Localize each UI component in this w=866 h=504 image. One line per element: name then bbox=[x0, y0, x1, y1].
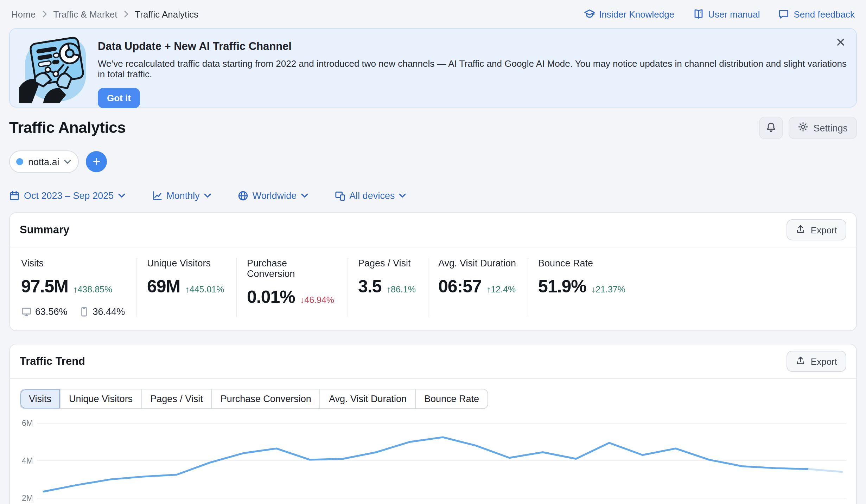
export-icon bbox=[796, 224, 806, 236]
tab-unique-visitors[interactable]: Unique Visitors bbox=[61, 389, 142, 408]
notifications-button[interactable] bbox=[759, 117, 783, 139]
traffic-trend-header: Traffic Trend Export bbox=[10, 344, 856, 379]
summary-title: Summary bbox=[20, 224, 69, 236]
tab-purchase-conversion[interactable]: Purchase Conversion bbox=[212, 389, 320, 408]
metric-avg-visit-duration: Avg. Visit Duration 06:57↑12.4% bbox=[428, 258, 528, 317]
insider-knowledge-link[interactable]: Insider Knowledge bbox=[584, 8, 674, 20]
traffic-trend-card: Traffic Trend Export Visits Unique Visit… bbox=[9, 344, 857, 504]
traffic-analytics-page: Home Traffic & Market Traffic Analytics … bbox=[0, 0, 866, 504]
metric-delta: ↑12.4% bbox=[486, 285, 516, 295]
chevron-down-icon bbox=[64, 159, 71, 164]
domain-chip[interactable]: notta.ai bbox=[9, 150, 79, 173]
mobile-icon bbox=[79, 306, 89, 317]
granularity-filter[interactable]: Monthly bbox=[152, 190, 211, 201]
metric-label: Visits bbox=[21, 258, 127, 269]
metric-value: 97.5M bbox=[21, 276, 68, 297]
location-filter[interactable]: Worldwide bbox=[238, 190, 308, 201]
metric-purchase-conversion: Purchase Conversion 0.01%↓46.94% bbox=[237, 258, 348, 317]
graduation-cap-icon bbox=[584, 8, 595, 20]
breadcrumb-traffic-market[interactable]: Traffic & Market bbox=[53, 9, 117, 19]
tab-avg-visit-duration[interactable]: Avg. Visit Duration bbox=[320, 389, 416, 408]
metric-pages-per-visit: Pages / Visit 3.5↑86.1% bbox=[348, 258, 428, 317]
breadcrumb: Home Traffic & Market Traffic Analytics bbox=[11, 9, 198, 19]
metric-value: 06:57 bbox=[438, 276, 482, 297]
metric-delta: ↓21.37% bbox=[591, 285, 625, 295]
announcement-banner: Data Update + New AI Traffic Channel We’… bbox=[9, 28, 857, 108]
mobile-share: 36.44% bbox=[93, 306, 125, 317]
date-range-filter[interactable]: Oct 2023 – Sep 2025 bbox=[9, 190, 125, 201]
summary-metrics: Visits 97.5M↑438.85% 63.56% 36.44% Uniqu… bbox=[10, 247, 856, 330]
globe-icon bbox=[238, 190, 248, 201]
chevron-down-icon bbox=[204, 193, 211, 198]
calendar-icon bbox=[9, 190, 20, 201]
top-links: Insider Knowledge User manual Send feedb… bbox=[584, 8, 855, 20]
gear-icon bbox=[798, 122, 808, 134]
add-domain-button[interactable]: + bbox=[86, 151, 107, 172]
metric-delta: ↑445.01% bbox=[185, 285, 224, 295]
filters-row: Oct 2023 – Sep 2025 Monthly Worldwide Al… bbox=[9, 190, 857, 201]
device-split: 63.56% 36.44% bbox=[21, 306, 127, 317]
granularity-label: Monthly bbox=[166, 190, 200, 201]
header-actions: Settings bbox=[759, 117, 857, 139]
summary-card: Summary Export Visits 97.5M↑438.85% 63.5… bbox=[9, 212, 857, 331]
export-label: Export bbox=[811, 356, 837, 367]
banner-description: We’ve recalculated traffic data starting… bbox=[98, 58, 856, 79]
tab-pages-per-visit[interactable]: Pages / Visit bbox=[142, 389, 212, 408]
svg-text:4M: 4M bbox=[22, 456, 33, 465]
banner-title: Data Update + New AI Traffic Channel bbox=[98, 40, 856, 53]
traffic-trend-title: Traffic Trend bbox=[20, 355, 85, 368]
svg-text:6M: 6M bbox=[22, 419, 33, 428]
desktop-icon bbox=[21, 306, 32, 317]
chevron-down-icon bbox=[301, 193, 308, 198]
desktop-share: 63.56% bbox=[35, 306, 68, 317]
top-bar: Home Traffic & Market Traffic Analytics … bbox=[9, 0, 857, 27]
book-icon bbox=[693, 8, 704, 20]
domain-color-dot bbox=[16, 158, 23, 165]
summary-header: Summary Export bbox=[10, 213, 856, 247]
devices-filter[interactable]: All devices bbox=[335, 190, 406, 201]
send-feedback-link[interactable]: Send feedback bbox=[778, 8, 855, 20]
metric-tabs: Visits Unique Visitors Pages / Visit Pur… bbox=[20, 389, 488, 409]
metric-bounce-rate: Bounce Rate 51.9%↓21.37% bbox=[528, 258, 635, 317]
traffic-trend-chart: 02M4M6MOct 2023Dec 2023Feb 2024Apr 2024J… bbox=[18, 416, 848, 504]
svg-text:2M: 2M bbox=[22, 493, 33, 503]
chart-line-icon bbox=[152, 190, 162, 201]
devices-label: All devices bbox=[349, 190, 395, 201]
trend-export-button[interactable]: Export bbox=[787, 351, 846, 372]
metric-label: Purchase Conversion bbox=[247, 258, 338, 279]
date-range-label: Oct 2023 – Sep 2025 bbox=[24, 190, 114, 201]
feedback-bubble-icon bbox=[778, 8, 790, 20]
summary-export-button[interactable]: Export bbox=[787, 219, 846, 240]
domain-name: notta.ai bbox=[28, 156, 59, 167]
metric-value: 3.5 bbox=[358, 276, 382, 297]
metric-delta: ↓46.94% bbox=[300, 295, 334, 305]
hand-pointing-dashboard-illustration bbox=[19, 32, 91, 103]
metric-value: 69M bbox=[147, 276, 180, 297]
user-manual-label: User manual bbox=[708, 9, 760, 19]
tab-bounce-rate[interactable]: Bounce Rate bbox=[416, 389, 488, 408]
chevron-right-icon bbox=[42, 11, 47, 18]
send-feedback-label: Send feedback bbox=[794, 9, 855, 19]
export-label: Export bbox=[811, 225, 837, 235]
location-label: Worldwide bbox=[253, 190, 297, 201]
got-it-button[interactable]: Got it bbox=[98, 88, 140, 108]
metric-label: Bounce Rate bbox=[538, 258, 625, 269]
chevron-down-icon bbox=[118, 193, 125, 198]
user-manual-link[interactable]: User manual bbox=[693, 8, 760, 20]
devices-icon bbox=[335, 190, 345, 201]
tab-visits[interactable]: Visits bbox=[20, 389, 61, 408]
export-icon bbox=[796, 355, 806, 367]
banner-content: Data Update + New AI Traffic Channel We’… bbox=[98, 29, 856, 108]
close-icon[interactable] bbox=[834, 36, 848, 50]
metric-label: Pages / Visit bbox=[358, 258, 418, 269]
settings-label: Settings bbox=[813, 123, 848, 133]
breadcrumb-home[interactable]: Home bbox=[11, 9, 36, 19]
metric-label: Avg. Visit Duration bbox=[438, 258, 518, 269]
page-header: Traffic Analytics Settings bbox=[9, 116, 857, 140]
metric-unique-visitors: Unique Visitors 69M↑445.01% bbox=[137, 258, 237, 317]
breadcrumb-current: Traffic Analytics bbox=[135, 9, 198, 19]
chevron-down-icon bbox=[399, 193, 406, 198]
settings-button[interactable]: Settings bbox=[789, 117, 857, 139]
metric-visits: Visits 97.5M↑438.85% 63.56% 36.44% bbox=[20, 258, 137, 317]
metric-label: Unique Visitors bbox=[147, 258, 227, 269]
